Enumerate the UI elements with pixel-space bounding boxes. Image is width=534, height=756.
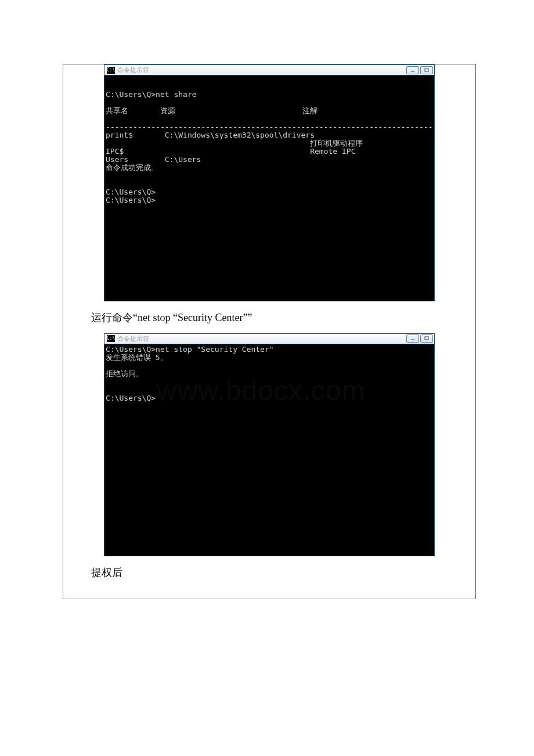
maximize-button[interactable] [420,66,433,74]
svg-rect-3 [425,337,428,340]
document-frame: C:\ 命令提示符 C:\Users\Q>net share 共享名 [63,64,476,599]
minimize-icon [410,336,416,341]
window-buttons [406,66,433,74]
window-title: 命令提示符 [117,336,406,342]
document-page: C:\ 命令提示符 C:\Users\Q>net share 共享名 [0,0,534,756]
titlebar[interactable]: C:\ 命令提示符 [104,65,434,75]
minimize-icon [410,68,416,73]
terminal-output[interactable]: C:\Users\Q>net share 共享名 资源 注解 ---------… [104,75,434,301]
svg-rect-1 [425,69,428,71]
terminal-output[interactable]: C:\Users\Q>net stop "Security Center" 发生… [104,344,434,556]
cmd-window-net-share: C:\ 命令提示符 C:\Users\Q>net share 共享名 [104,64,435,301]
cmd-window-net-stop: C:\ 命令提示符 C:\Users\Q>net stop "Secu [104,333,435,556]
cmd-prompt-icon: C:\ [107,67,115,74]
cmd-prompt-icon: C:\ [107,335,115,342]
titlebar[interactable]: C:\ 命令提示符 [104,334,434,344]
minimize-button[interactable] [406,66,419,74]
minimize-button[interactable] [406,334,419,343]
caption-elevated: 提权后 [91,564,475,581]
window-title: 命令提示符 [117,67,406,73]
maximize-icon [424,68,430,73]
caption-net-stop: 运行命令“net stop “Security Center”” [91,309,475,326]
window-buttons [406,334,433,343]
maximize-icon [424,336,430,341]
maximize-button[interactable] [420,334,433,343]
